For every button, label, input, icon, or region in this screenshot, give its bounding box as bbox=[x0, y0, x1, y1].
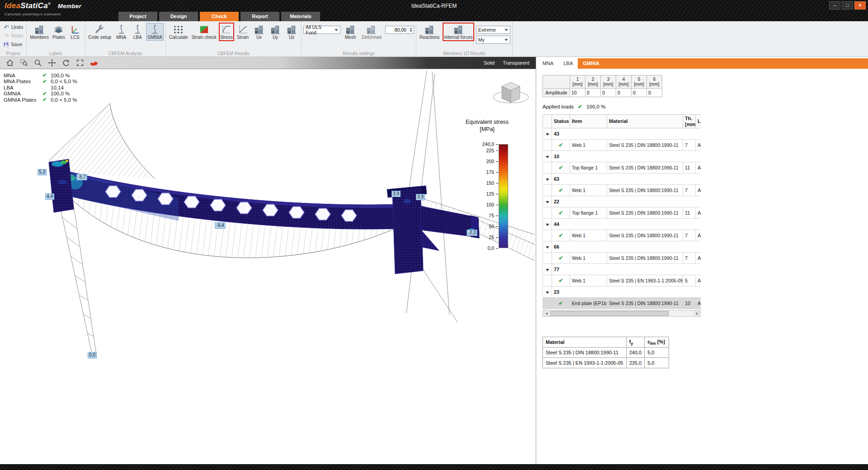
mesh-button[interactable]: Mesh bbox=[343, 23, 358, 41]
stress-button[interactable]: Stress bbox=[219, 23, 234, 41]
result-group-row[interactable]: 43 bbox=[543, 128, 701, 140]
home-view-button[interactable] bbox=[5, 58, 14, 67]
code-setup-button[interactable]: Code setup bbox=[87, 23, 113, 41]
strain-check-button[interactable]: Strain check bbox=[190, 23, 218, 41]
scroll-left-button[interactable] bbox=[543, 310, 550, 316]
plates-labels-button[interactable]: Plates bbox=[51, 23, 66, 41]
load-combination-select[interactable]: All ULS Fund bbox=[303, 26, 340, 34]
ribbon-group-project: ↶Undo ↷Redo Save Project bbox=[0, 21, 27, 56]
navigation-cube[interactable] bbox=[492, 77, 530, 112]
ribbon-group-cbfem-results: Calculate Strain check Stress Strain Ux … bbox=[166, 21, 302, 56]
close-button[interactable]: × bbox=[854, 1, 866, 9]
amplitude-input-5[interactable] bbox=[632, 89, 646, 97]
stress-value-label: 4,4 bbox=[45, 193, 54, 200]
uy-button[interactable]: Uy bbox=[268, 23, 283, 41]
view-mode-solid[interactable]: Solid bbox=[484, 60, 495, 66]
zoom-button[interactable] bbox=[33, 58, 42, 67]
tab-lba[interactable]: LBA bbox=[558, 58, 578, 69]
result-item-row[interactable]: ✔Top flange 1Steel S 235 | DIN 18800:199… bbox=[543, 162, 701, 174]
gmnia-button[interactable]: GMNIA bbox=[146, 23, 164, 41]
ux-button[interactable]: Ux bbox=[251, 23, 267, 41]
result-group-row[interactable]: 10 bbox=[543, 151, 701, 162]
scrollbar-thumb[interactable] bbox=[550, 311, 669, 316]
result-item-row[interactable]: ✔Web 1Steel S 235 | EN 1993-1-1:2005-055… bbox=[543, 275, 701, 287]
colorbar-tick-label: 200 bbox=[486, 159, 494, 164]
amplitude-input-3[interactable] bbox=[601, 89, 616, 97]
tab-project[interactable]: Project bbox=[118, 12, 157, 21]
colorbar-tick-label: 175 bbox=[486, 169, 494, 175]
ribbon-group-results-settings: All ULS Fund Mesh Deformed 80,00 Results… bbox=[302, 21, 416, 56]
amplitude-input-1[interactable] bbox=[570, 89, 585, 97]
3d-viewport[interactable]: MNA✔100,0 %MNA Plates✔0,0 < 5,0 %LBA10,1… bbox=[0, 69, 536, 464]
scroll-right-button[interactable] bbox=[693, 310, 700, 316]
collapse-triangle-icon[interactable] bbox=[546, 133, 549, 136]
members-labels-button[interactable]: Members bbox=[28, 23, 50, 41]
calculate-button[interactable]: Calculate bbox=[168, 23, 189, 41]
building-icon bbox=[366, 24, 377, 35]
tab-check[interactable]: Check bbox=[200, 12, 239, 21]
result-item-row[interactable]: ✔Web 1Steel S 235 | DIN 18800:1990-117A bbox=[543, 253, 701, 264]
results-horizontal-scrollbar[interactable] bbox=[542, 310, 701, 317]
group-caption: CBFEM Analysis bbox=[85, 51, 165, 56]
tab-report[interactable]: Report bbox=[241, 12, 279, 21]
maximize-button[interactable]: □ bbox=[842, 1, 853, 9]
deformed-button[interactable]: Deformed bbox=[360, 23, 383, 41]
result-item-row[interactable]: ✔Web 1Steel S 235 | DIN 18800:1990-117A bbox=[543, 140, 701, 151]
extreme-select[interactable]: Extreme bbox=[476, 26, 510, 34]
minimize-button[interactable]: – bbox=[829, 1, 840, 9]
deformed-scale-input[interactable]: 80,00 bbox=[385, 26, 414, 34]
redo-icon: ↷ bbox=[3, 33, 9, 39]
uz-button[interactable]: Uz bbox=[284, 23, 299, 41]
result-group-row[interactable]: 44 bbox=[543, 219, 701, 230]
result-group-row[interactable]: 22 bbox=[543, 196, 701, 207]
rotate-icon bbox=[62, 59, 70, 67]
result-group-row[interactable]: 63 bbox=[543, 174, 701, 185]
tab-materials[interactable]: Materials bbox=[281, 12, 320, 21]
module-name: Member bbox=[58, 3, 81, 9]
result-group-row[interactable]: 23 bbox=[543, 287, 701, 298]
strain-button[interactable]: Strain bbox=[235, 23, 250, 41]
zoom-fit-button[interactable] bbox=[75, 58, 85, 67]
view-mode-transparent[interactable]: Transparent bbox=[503, 60, 529, 66]
result-group-row[interactable]: 77 bbox=[543, 264, 701, 275]
zoom-icon bbox=[34, 59, 42, 67]
lba-button[interactable]: LBA bbox=[130, 23, 145, 41]
undo-button[interactable]: ↶Undo bbox=[2, 23, 24, 31]
amplitude-input-6[interactable] bbox=[647, 89, 662, 97]
rotate-view-button[interactable] bbox=[61, 58, 71, 67]
tab-mna[interactable]: MNA bbox=[538, 58, 558, 69]
spin-down-icon[interactable] bbox=[410, 30, 412, 32]
section-clip-button[interactable] bbox=[90, 58, 99, 67]
save-button[interactable]: Save bbox=[2, 40, 24, 48]
collapse-triangle-icon[interactable] bbox=[546, 201, 549, 203]
result-item-row[interactable]: ✔Top flange 1Steel S 235 | DIN 18800:199… bbox=[543, 207, 701, 219]
collapse-triangle-icon[interactable] bbox=[546, 269, 549, 271]
amplitude-input-2[interactable] bbox=[585, 89, 600, 97]
collapse-triangle-icon[interactable] bbox=[546, 179, 549, 181]
lcs-button[interactable]: LCS bbox=[67, 23, 83, 41]
plate-results-table: Status Item Material Th.[mm] L 43✔Web 1S… bbox=[542, 114, 701, 309]
collapse-triangle-icon[interactable] bbox=[546, 291, 549, 294]
collapse-triangle-icon[interactable] bbox=[546, 156, 549, 158]
zoom-window-button[interactable] bbox=[19, 58, 28, 67]
redo-button[interactable]: ↷Redo bbox=[2, 32, 24, 40]
building-icon bbox=[345, 24, 356, 35]
collapse-triangle-icon[interactable] bbox=[546, 246, 549, 249]
amplitude-input-4[interactable] bbox=[616, 89, 631, 97]
result-item-row[interactable]: ✔Web 1Steel S 235 | DIN 18800:1990-117A bbox=[543, 185, 701, 196]
chevron-down-icon bbox=[505, 29, 508, 31]
titlebar: IdeaStatiCa-RFEM – □ × bbox=[0, 0, 868, 12]
internal-forces-button[interactable]: Internal forces bbox=[443, 23, 474, 41]
mna-button[interactable]: MNA bbox=[113, 23, 129, 41]
result-item-row[interactable]: ✔Web 1Steel S 235 | DIN 18800:1990-117A bbox=[543, 230, 701, 241]
spin-up-icon[interactable] bbox=[410, 28, 412, 29]
material-row: Steel S 235 | DIN 18800:1990-11 240,0 5,… bbox=[543, 348, 669, 358]
reactions-button[interactable]: Reactions bbox=[418, 23, 441, 41]
collapse-triangle-icon[interactable] bbox=[546, 224, 549, 226]
force-component-select[interactable]: My bbox=[476, 36, 510, 44]
tab-design[interactable]: Design bbox=[159, 12, 198, 21]
result-item-row[interactable]: ✔End plate (EP1b)Steel S 235 | DIN 18800… bbox=[543, 298, 701, 309]
pan-button[interactable] bbox=[47, 58, 57, 67]
tab-gmnia[interactable]: GMNIA bbox=[578, 58, 604, 69]
result-group-row[interactable]: 66 bbox=[543, 241, 701, 253]
